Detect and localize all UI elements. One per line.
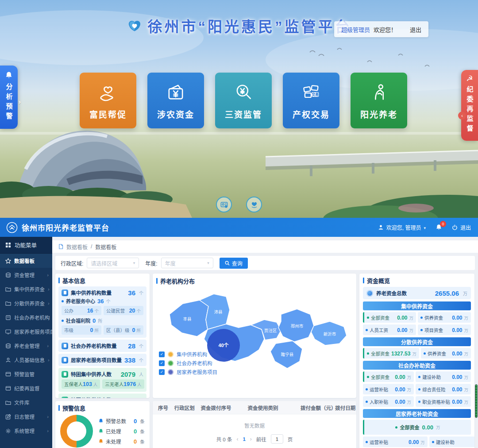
tile-label: 产权交易 <box>293 108 330 120</box>
tile-shenong-zijin[interactable]: 涉农资金 <box>147 73 204 128</box>
breadcrumb-separator: / <box>91 243 92 250</box>
search-button[interactable]: 查询 <box>220 258 248 269</box>
hero-user-box: 超级管理员 欢迎您！ 退出 <box>334 21 428 37</box>
chevron-right-icon <box>47 414 49 419</box>
notification-badge: 0 <box>440 221 446 227</box>
total-pension-funds: 养老资金总数 2655.06万 <box>363 287 471 299</box>
checkbox-checked-icon[interactable] <box>159 360 165 366</box>
filter-bar: 行政区域: 请选择区域 年度: 年度 查询 <box>55 256 475 270</box>
blocks-trade-icon: 交易 <box>300 81 323 104</box>
sidebar-item-log-mgmt[interactable]: 日志管理 <box>0 409 52 424</box>
logout-button[interactable]: 退出 <box>452 224 471 231</box>
stat-centralized-institutions: 集中供养机构数量 36个 养老服务中心36个 公办16 个 公建民营20 个 社… <box>58 286 146 338</box>
section-decentralized-funds: 分散供养资金 <box>363 337 471 346</box>
tile-chanquan-jiaoyi[interactable]: 交易 产权交易 <box>283 73 339 128</box>
svg-text:丰县: 丰县 <box>183 317 191 321</box>
sidebar-item-pension-mgmt[interactable]: 养老金管理 <box>0 339 52 353</box>
legend-social-institutions[interactable]: 社会办养老机构 <box>159 359 353 367</box>
sidebar-item-system-mgmt[interactable]: 系统管理 <box>0 424 52 438</box>
sidebar-item-fund-mgmt[interactable]: 资金管理 <box>0 268 52 282</box>
browser-icon <box>5 371 11 377</box>
tile-sanzi-jianguan[interactable]: 三资监管 <box>215 73 272 128</box>
alert-handled-row: 已处理0条 <box>98 428 145 435</box>
checkbox-checked-icon[interactable] <box>159 351 165 357</box>
page-number-button[interactable]: 1 <box>243 436 245 442</box>
institution-map-card: 养老机构分布 丰县 沛县 贾汪区 邳州市 新沂市 <box>153 274 356 398</box>
fund-cell: 人员工资0.00万 <box>363 324 416 335</box>
fund-cell: 运营补贴0.00万 <box>363 436 428 447</box>
stat-county-level: 区（县）级0 所 <box>104 325 143 335</box>
user-menu-label: 欢迎您, 管理员 <box>386 224 421 231</box>
sidebar-item-centralized-fund[interactable]: 集中供养资金 <box>0 282 52 296</box>
scrollbar-thumb[interactable] <box>475 384 478 418</box>
sidebar-item-file-library[interactable]: 文件库 <box>0 395 52 409</box>
indigo-marker-icon <box>168 369 173 375</box>
homecare-total-funds: 全部资金 0.00万 <box>363 420 471 435</box>
user-menu[interactable]: 欢迎您, 管理员 <box>378 224 426 231</box>
star-icon <box>5 258 11 264</box>
fund-cell: 综合责任险0.00万 <box>416 384 471 394</box>
expand-arrow-icon[interactable] <box>19 98 21 105</box>
next-page-icon[interactable]: › <box>250 436 252 442</box>
legend-centralized-institutions[interactable]: 集中供养机构 <box>159 351 353 358</box>
sidebar-item-discipline-supervision[interactable]: 纪委再监督 <box>0 381 52 395</box>
tile-label: 涉农资金 <box>157 108 194 120</box>
tile-fumin-bangcu[interactable]: 富民帮促 <box>80 73 136 128</box>
party-emblem-icon: ☭ <box>466 75 473 82</box>
prev-page-icon[interactable]: ‹ <box>236 436 238 442</box>
stat-decentralized-support-people: 特困分散供养人数 9088人 <box>58 394 146 398</box>
bell-icon <box>98 418 104 424</box>
dashboard-header: 徐州市阳光养老监管平台 欢迎您, 管理员 0 退 <box>0 218 478 237</box>
basic-info-title: 基本信息 <box>58 276 146 285</box>
stat-wubao-elderly: 五保老人103 人 <box>62 379 100 389</box>
sidebar-item-personnel-info[interactable]: 人员基础信息 <box>0 353 52 367</box>
breadcrumb-root[interactable]: 数据看板 <box>66 243 88 251</box>
sidebar-item-home-care-projects[interactable]: 居家养老服务项目 <box>0 324 52 339</box>
stat-sanwu-elderly: 三无老人1976 人 <box>102 379 144 389</box>
legend-homecare-projects[interactable]: 居家养老服务项目 <box>159 368 353 375</box>
sidebar-item-decentralized-fund[interactable]: 分散供养资金 <box>0 296 52 310</box>
section-social-subsidy-funds: 社会办补助资金 <box>363 361 471 370</box>
sidebar-item-data-board[interactable]: 数据看板 <box>0 254 52 268</box>
goto-label: 前往 <box>256 436 266 443</box>
year-select[interactable]: 年度 <box>161 258 213 268</box>
hero-title: 徐州市“阳光惠民”监管平台 <box>148 15 352 36</box>
section-centralized-funds: 集中供养资金 <box>363 301 471 310</box>
tile-yangguang-yanglao[interactable]: 阳光养老 <box>351 73 407 128</box>
stat-social-institutions: 社会办养老机构数量 28个 <box>58 340 146 352</box>
tile-label: 阳光养老 <box>360 108 397 120</box>
wallet-yuan-icon <box>164 81 187 104</box>
monitor-icon <box>5 329 11 335</box>
id-card-shortcut-button[interactable] <box>216 197 232 212</box>
care-shortcut-button[interactable] <box>246 197 262 212</box>
gear-icon <box>5 428 11 434</box>
goto-page-input[interactable] <box>271 434 283 444</box>
analysis-warning-tab[interactable]: 分析预警 <box>0 66 18 129</box>
region-select[interactable]: 请选择区域 <box>87 258 139 268</box>
collapse-arrow-icon[interactable] <box>458 112 466 120</box>
sidebar-item-social-institutions[interactable]: 社会办养老机构 <box>0 310 52 324</box>
discipline-supervision-tab[interactable]: ☭ 纪委再监督 <box>461 70 478 141</box>
sidebar-item-warning-supervision[interactable]: 预警监管 <box>0 367 52 381</box>
funds-overview-card: 资金概览 养老资金总数 2655.06万 集中供养资金 全部资金0.00万 供养… <box>359 274 474 448</box>
platform-house-logo-icon <box>6 222 18 233</box>
folder-icon <box>5 301 11 306</box>
hero-logout-button[interactable]: 退出 <box>410 25 421 34</box>
pagination-total: 共 0 条 <box>216 436 232 443</box>
payment-table-card: 序号 行政区划 资金拨付序号 资金使用类别 拨付金额（元） 拨付日期 暂无数据 … <box>153 401 356 448</box>
user-role: 超级管理员 <box>341 25 370 34</box>
notifications-button[interactable]: 0 <box>436 224 442 231</box>
stat-city-level: 市级0 所 <box>62 325 101 335</box>
checkbox-checked-icon[interactable] <box>159 369 165 375</box>
svg-text:交易: 交易 <box>312 92 319 97</box>
edit-icon <box>5 414 11 420</box>
chevron-right-icon <box>48 357 50 363</box>
doc-badge-icon <box>62 371 68 378</box>
chevron-right-icon <box>47 272 49 278</box>
magnifier-yuan-icon <box>232 81 255 104</box>
document-icon <box>58 244 63 249</box>
person-icon <box>5 357 11 363</box>
id-card-icon <box>220 201 228 209</box>
menu-header: 功能菜单 <box>0 237 52 254</box>
fund-cell: 运营补贴0.00万 <box>363 384 414 394</box>
